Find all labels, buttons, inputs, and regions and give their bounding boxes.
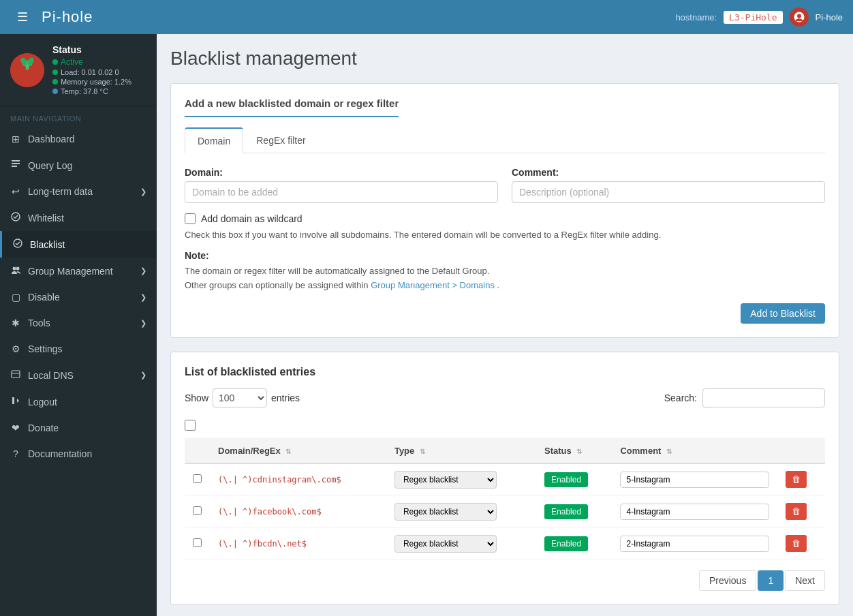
sidebar-item-settings-label: Settings xyxy=(28,343,63,354)
sidebar-item-settings[interactable]: ⚙ Settings xyxy=(0,336,157,362)
row2-type-select[interactable]: Regex blacklist Exact blacklist xyxy=(394,503,497,521)
brand-logo[interactable]: Pi-hole xyxy=(42,8,93,26)
donate-icon: ❤ xyxy=(10,422,21,433)
row1-domain: (\.| ^)cdninstagram\.com$ xyxy=(210,463,386,496)
th-type[interactable]: Type ⇅ xyxy=(386,439,536,463)
form-row-domain-comment: Domain: Comment: xyxy=(185,167,825,203)
svg-point-5 xyxy=(29,65,34,71)
row3-delete-button[interactable]: 🗑 xyxy=(786,535,807,552)
navbar-right: hostname: L3-PiHole Pi-hole xyxy=(675,7,843,27)
pagination: Previous 1 Next xyxy=(185,570,825,591)
table-controls: Show 10 25 50 100 entries Search: xyxy=(185,388,825,407)
avatar xyxy=(10,53,44,87)
svg-point-1 xyxy=(797,14,801,18)
sidebar-item-tools[interactable]: ✱ Tools ❯ xyxy=(0,310,157,336)
tools-icon: ✱ xyxy=(10,318,21,328)
domain-label: Domain: xyxy=(185,167,498,178)
search-label: Search: xyxy=(664,392,697,403)
sidebar-item-query-log[interactable]: Query Log xyxy=(0,152,157,179)
sidebar-item-logout-label: Logout xyxy=(28,397,57,407)
row1-comment-input[interactable] xyxy=(620,472,769,488)
row1-status-cell: Enabled xyxy=(536,463,612,496)
sidebar-item-dashboard[interactable]: ⊞ Dashboard xyxy=(0,126,157,152)
note-text-line1: The domain or regex filter will be autom… xyxy=(185,264,825,279)
wildcard-label: Add domain as wildcard xyxy=(201,213,303,224)
next-button[interactable]: Next xyxy=(785,570,825,591)
sidebar-item-disable[interactable]: ▢ Disable ❯ xyxy=(0,284,157,310)
svg-rect-9 xyxy=(12,160,20,161)
status-title: Status xyxy=(52,44,146,55)
th-comment[interactable]: Comment ⇅ xyxy=(612,439,777,463)
local-dns-arrow-icon: ❯ xyxy=(140,371,146,380)
user-avatar-icon xyxy=(790,7,809,27)
tools-arrow-icon: ❯ xyxy=(140,319,146,328)
page-1-button[interactable]: 1 xyxy=(758,570,784,591)
brand-text: Pi-hole xyxy=(42,8,93,25)
table-header: Domain/RegEx ⇅ Type ⇅ Status ⇅ xyxy=(185,439,825,463)
sidebar-item-documentation-label: Documentation xyxy=(28,448,92,459)
entries-select[interactable]: 10 25 50 100 xyxy=(213,388,267,407)
sidebar-item-whitelist[interactable]: Whitelist xyxy=(0,204,157,231)
sidebar-item-blacklist-label: Blacklist xyxy=(30,239,65,250)
local-dns-icon xyxy=(10,369,21,381)
row2-comment-input[interactable] xyxy=(620,504,769,520)
domain-input[interactable] xyxy=(185,181,498,203)
search-input[interactable] xyxy=(702,388,825,407)
list-title: List of blacklisted entries xyxy=(185,366,825,378)
row2-status-cell: Enabled xyxy=(536,495,612,527)
row3-checkbox[interactable] xyxy=(193,538,202,547)
previous-button[interactable]: Previous xyxy=(699,570,756,591)
whitelist-icon xyxy=(10,212,21,224)
table-row: (\.| ^)facebook\.com$ Regex blacklist Ex… xyxy=(185,495,825,527)
tab-domain[interactable]: Domain xyxy=(185,127,243,153)
add-to-blacklist-button[interactable]: Add to Blacklist xyxy=(741,303,825,324)
row2-checkbox-cell xyxy=(185,495,210,527)
row2-delete-button[interactable]: 🗑 xyxy=(786,503,807,520)
sidebar-item-donate[interactable]: ❤ Donate xyxy=(0,415,157,441)
sidebar-item-local-dns[interactable]: Local DNS ❯ xyxy=(0,362,157,388)
row1-delete-button[interactable]: 🗑 xyxy=(786,471,807,488)
sidebar-user-info: Status Active Load: 0.01 0.02 0 Memory u… xyxy=(0,34,157,106)
form-tabs: Domain RegEx filter xyxy=(185,127,825,153)
blacklist-icon xyxy=(12,238,23,250)
tab-regex[interactable]: RegEx filter xyxy=(243,127,318,153)
th-status[interactable]: Status ⇅ xyxy=(536,439,612,463)
wildcard-checkbox[interactable] xyxy=(185,213,196,224)
th-domain[interactable]: Domain/RegEx ⇅ xyxy=(210,439,386,463)
menu-toggle-button[interactable]: ☰ xyxy=(10,6,35,28)
row2-checkbox[interactable] xyxy=(193,506,202,515)
row2-actions-cell: 🗑 xyxy=(777,495,825,527)
sidebar-item-logout[interactable]: Logout xyxy=(0,388,157,415)
sidebar-item-local-dns-label: Local DNS xyxy=(28,370,74,381)
sidebar-item-documentation[interactable]: ? Documentation xyxy=(0,441,157,467)
row3-comment-input[interactable] xyxy=(620,536,769,552)
sidebar-item-blacklist[interactable]: Blacklist xyxy=(0,231,157,258)
sidebar-item-disable-label: Disable xyxy=(28,292,60,303)
sidebar-item-query-log-label: Query Log xyxy=(28,160,72,171)
row1-checkbox[interactable] xyxy=(193,474,202,483)
status-load: Load: 0.01 0.02 0 xyxy=(52,68,146,76)
row1-type-select[interactable]: Regex blacklist Exact blacklist xyxy=(394,471,497,489)
row3-actions-cell: 🗑 xyxy=(777,527,825,559)
status-memory: Memory usage: 1.2% xyxy=(52,78,146,86)
row3-type-select[interactable]: Regex blacklist Exact blacklist xyxy=(394,535,497,553)
comment-label: Comment: xyxy=(512,167,825,178)
page-title: Blacklist management xyxy=(170,48,839,70)
row3-enabled-button[interactable]: Enabled xyxy=(544,536,588,551)
query-log-icon xyxy=(10,159,21,171)
note-title: Note: xyxy=(185,250,825,261)
status-temp: Temp: 37.8 °C xyxy=(52,87,146,95)
svg-rect-10 xyxy=(12,163,20,164)
status-sort-icon: ⇅ xyxy=(576,448,582,455)
temp-dot-icon xyxy=(52,89,58,94)
group-management-link[interactable]: Group Management > Domains xyxy=(371,280,495,290)
row3-status-cell: Enabled xyxy=(536,527,612,559)
navbar: ☰ Pi-hole hostname: L3-PiHole Pi-hole xyxy=(0,0,853,34)
sidebar-item-group-management[interactable]: Group Management ❯ xyxy=(0,258,157,284)
sidebar-item-long-term-data[interactable]: ↩ Long-term data ❯ xyxy=(0,179,157,204)
row1-enabled-button[interactable]: Enabled xyxy=(544,472,588,487)
comment-input[interactable] xyxy=(512,181,825,203)
select-all-checkbox[interactable] xyxy=(185,420,196,431)
row2-enabled-button[interactable]: Enabled xyxy=(544,504,588,519)
main-wrapper: Status Active Load: 0.01 0.02 0 Memory u… xyxy=(0,34,853,616)
